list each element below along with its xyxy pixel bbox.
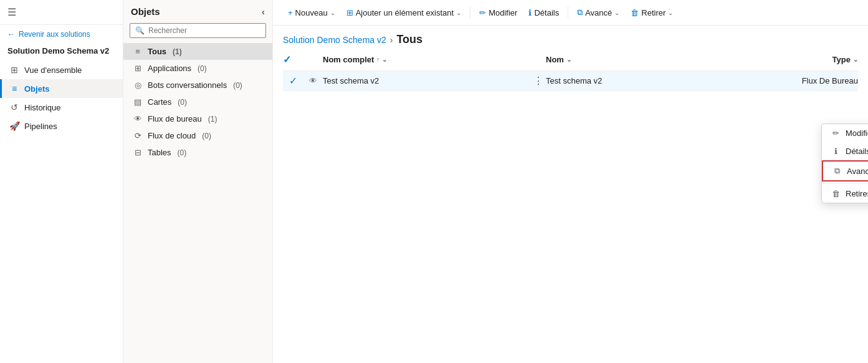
ctx-details-icon: ℹ	[831, 147, 841, 156]
middle-panel: Objets ‹ 🔍 ≡Tous(1)⊞Applications(0)◎Bots…	[123, 0, 273, 363]
side-item-fluxbureau[interactable]: 👁Flux de bureau(1)	[123, 110, 272, 127]
applications-side-label: Applications	[148, 64, 191, 73]
search-input[interactable]	[148, 26, 260, 35]
fluxbureau-side-count: (1)	[208, 115, 217, 123]
tables-side-count: (0)	[178, 148, 187, 157]
tb-avance-icon: ⧉	[577, 7, 583, 17]
cartes-side-icon: ▤	[133, 97, 143, 107]
breadcrumb-link[interactable]: Solution Demo Schema v2	[283, 35, 386, 45]
back-link-label: Revenir aux solutions	[19, 30, 90, 39]
nav-items-container: ⊞Vue d'ensemble≡Objets↺Historique🚀Pipeli…	[0, 60, 123, 135]
tb-details-label: Détails	[534, 8, 559, 17]
fluxbureau-side-icon: 👁	[133, 114, 143, 123]
ctx-separator	[822, 183, 868, 183]
tb-ajouter-chevron-icon: ⌄	[456, 9, 461, 16]
context-menu: ✏ Modifier ℹ Détails ⧉ Avancé › + Ajoute…	[821, 123, 868, 203]
breadcrumb: Solution Demo Schema v2 › Tous	[273, 26, 868, 49]
back-arrow-icon: ←	[7, 30, 15, 39]
side-item-bots[interactable]: ◎Bots conversationnels(0)	[123, 77, 272, 94]
ctx-details-label: Détails	[846, 147, 868, 156]
tb-details-icon: ℹ	[528, 8, 532, 17]
nav-item-objets[interactable]: ≡Objets	[0, 79, 123, 98]
header-type: Type ⌄	[754, 55, 858, 64]
hamburger-icon[interactable]: ☰	[7, 7, 16, 17]
tb-ajouter-label: Ajouter un élément existant	[356, 8, 454, 17]
tables-side-icon: ⊟	[133, 148, 143, 157]
tb-retirer-chevron-icon: ⌄	[668, 9, 673, 16]
left-nav: ☰ ← Revenir aux solutions Solution Demo …	[0, 0, 123, 363]
collapse-icon[interactable]: ‹	[262, 6, 265, 17]
tb-nouveau-chevron-icon: ⌄	[330, 9, 335, 16]
header-nom: Nom complet ↑ ⌄	[323, 55, 531, 64]
toolbar-btn-modifier[interactable]: ✏Modifier	[474, 6, 522, 20]
header-check[interactable]: ✓	[283, 54, 303, 65]
search-box: 🔍	[130, 23, 266, 38]
table-header: ✓ Nom complet ↑ ⌄ Nom ⌄ Type ⌄	[283, 49, 858, 71]
tb-nouveau-label: Nouveau	[295, 8, 328, 17]
fluxcloud-side-icon: ⟳	[133, 131, 143, 140]
fluxcloud-side-count: (0)	[202, 132, 211, 140]
cartes-side-count: (0)	[178, 98, 187, 107]
applications-side-count: (0)	[198, 64, 207, 73]
ctx-retirer-label: Retirer	[846, 189, 868, 198]
sort-asc-icon[interactable]: ↑	[376, 56, 379, 63]
row-context-menu-button[interactable]: ⋮	[531, 75, 546, 87]
cartes-side-label: Cartes	[148, 97, 171, 107]
breadcrumb-separator: ›	[390, 35, 393, 45]
nav-item-vue[interactable]: ⊞Vue d'ensemble	[0, 60, 123, 79]
row-checkbox[interactable]: ✓	[283, 75, 303, 87]
row-icon: 👁	[303, 76, 323, 85]
side-item-tables[interactable]: ⊟Tables(0)	[123, 144, 272, 161]
ctx-retirer[interactable]: 🗑 Retirer ›	[822, 185, 868, 203]
breadcrumb-current: Tous	[396, 33, 422, 46]
bots-side-count: (0)	[233, 81, 242, 90]
nav-header: ☰	[0, 0, 123, 25]
ctx-details[interactable]: ℹ Détails	[822, 142, 868, 160]
row-logical-name: Test schema v2	[546, 76, 754, 85]
tb-nouveau-icon: +	[288, 8, 293, 17]
solution-title: Solution Demo Schema v2	[0, 44, 123, 60]
side-item-applications[interactable]: ⊞Applications(0)	[123, 60, 272, 77]
fluxcloud-side-label: Flux de cloud	[148, 131, 196, 140]
ctx-modifier[interactable]: ✏ Modifier	[822, 124, 868, 142]
tous-side-icon: ≡	[133, 47, 143, 56]
tb-retirer-icon: 🗑	[631, 8, 639, 17]
header-checkbox[interactable]: ✓	[283, 54, 291, 65]
side-item-cartes[interactable]: ▤Cartes(0)	[123, 94, 272, 110]
toolbar-btn-nouveau[interactable]: +Nouveau⌄	[283, 6, 340, 20]
tous-side-count: (1)	[173, 47, 182, 56]
ctx-avance-icon: ⧉	[832, 166, 842, 176]
ctx-avance-label: Avancé	[847, 167, 868, 176]
toolbar-sep-2	[470, 6, 470, 19]
header-logicalname: Nom ⌄	[546, 55, 754, 64]
tb-modifier-icon: ✏	[479, 8, 486, 17]
toolbar-btn-ajouter[interactable]: ⊞Ajouter un élément existant⌄	[341, 6, 467, 20]
nom-chevron-icon[interactable]: ⌄	[382, 56, 387, 63]
ctx-modifier-label: Modifier	[846, 128, 868, 138]
ctx-retirer-icon: 🗑	[831, 189, 841, 198]
toolbar-btn-retirer[interactable]: 🗑Retirer⌄	[626, 6, 678, 20]
table-row[interactable]: ✓ 👁 Test schema v2 ⋮ Test schema v2 Flux…	[283, 71, 858, 91]
side-item-tous[interactable]: ≡Tous(1)	[123, 43, 272, 60]
ctx-avance[interactable]: ⧉ Avancé › + Ajouter les objets obligato…	[822, 160, 868, 182]
nav-item-pipelines[interactable]: 🚀Pipelines	[0, 117, 123, 135]
vue-nav-icon: ⊞	[9, 65, 19, 75]
toolbar-sep-4	[568, 6, 568, 19]
objets-nav-label: Objets	[24, 84, 49, 94]
toolbar-btn-details[interactable]: ℹDétails	[523, 6, 564, 20]
tables-side-label: Tables	[148, 148, 171, 157]
tb-ajouter-icon: ⊞	[346, 8, 353, 17]
tb-avance-label: Avancé	[585, 8, 612, 17]
back-link[interactable]: ← Revenir aux solutions	[0, 25, 123, 44]
side-items-container: ≡Tous(1)⊞Applications(0)◎Bots conversati…	[123, 43, 272, 161]
nav-item-historique[interactable]: ↺Historique	[0, 98, 123, 117]
pipelines-nav-label: Pipelines	[24, 122, 57, 131]
vue-nav-label: Vue d'ensemble	[24, 65, 82, 75]
toolbar-btn-avance[interactable]: ⧉Avancé⌄	[572, 5, 624, 20]
table-area: ✓ Nom complet ↑ ⌄ Nom ⌄ Type ⌄ ✓	[273, 49, 868, 363]
side-item-fluxcloud[interactable]: ⟳Flux de cloud(0)	[123, 127, 272, 144]
logicalname-chevron-icon[interactable]: ⌄	[566, 56, 571, 63]
historique-nav-icon: ↺	[9, 102, 19, 112]
type-chevron-icon[interactable]: ⌄	[853, 56, 858, 63]
header-type-label: Type	[832, 55, 851, 64]
